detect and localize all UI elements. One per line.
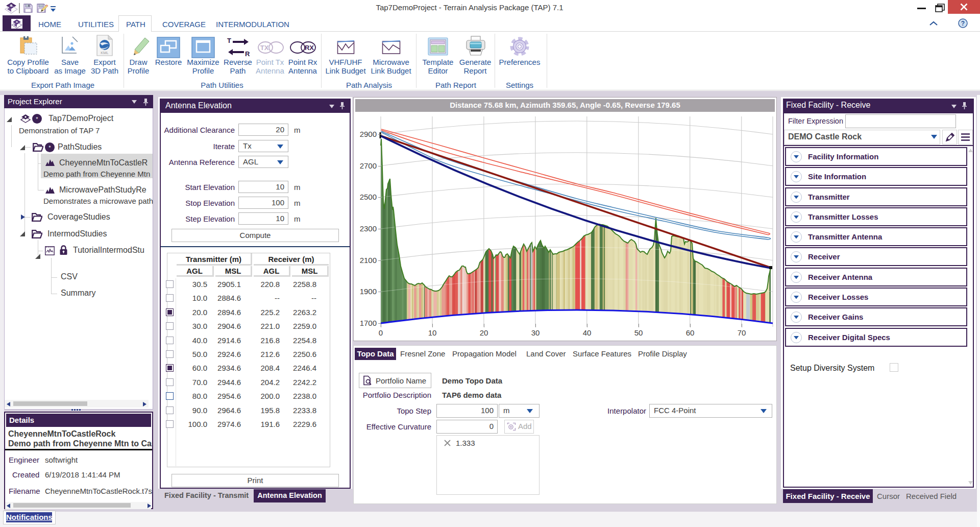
svg-text:?: ? <box>961 20 965 27</box>
svg-text:KML: KML <box>101 51 108 55</box>
svg-text:TX: TX <box>260 44 269 52</box>
svg-text:RX: RX <box>305 44 314 52</box>
svg-text:R: R <box>245 50 250 57</box>
svg-text:T: T <box>227 37 231 44</box>
